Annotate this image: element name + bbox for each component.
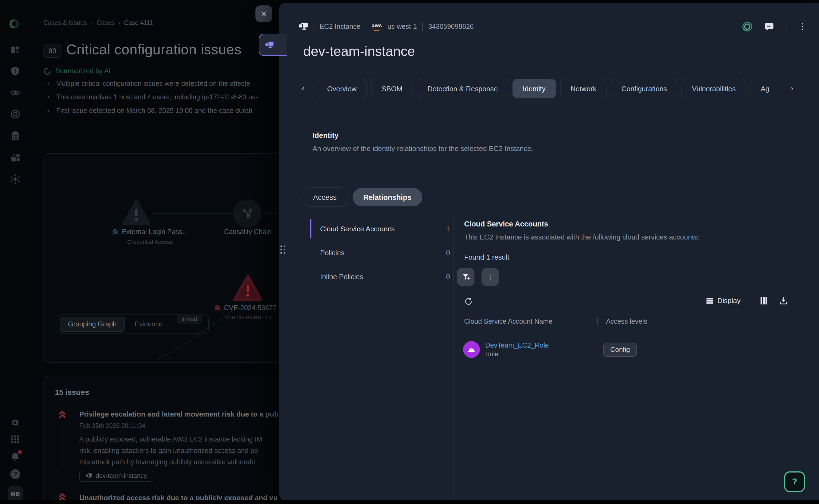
breadcrumb-current: Case #111 [124, 20, 153, 26]
eye-icon[interactable] [10, 88, 20, 98]
case-page-background: Cases & Issues › Cases › Case #111 90 Cr… [30, 0, 279, 504]
divider [457, 370, 812, 370]
columns-icon [760, 297, 768, 305]
ec2-instance-icon [265, 41, 274, 49]
issue-description-line: risk, enabling attackers to gain unautho… [79, 445, 258, 457]
issue-description-line: this attack path by leveraging publicly … [79, 457, 255, 468]
issue-timestamp: Feb 25th 2026 20:11:04 [79, 423, 145, 429]
orca-logo-icon[interactable] [9, 19, 21, 31]
section-description: An overview of the identity relationship… [312, 144, 533, 153]
column-header-name: Cloud Service Account Name [464, 318, 553, 325]
close-panel-button[interactable]: ✕ [255, 5, 272, 22]
settings-gear-icon[interactable] [10, 418, 20, 427]
user-avatar[interactable]: MB [8, 486, 23, 501]
entity-type-label: EC2 Instance [319, 23, 360, 30]
app-root: ? MB Cases & Issues › Cases › Case #111 … [0, 0, 819, 504]
tab-detection-response[interactable]: Detection & Response [417, 79, 508, 98]
subtab-relationships[interactable]: Relationships [352, 188, 422, 206]
window-bottom-edge [0, 500, 819, 504]
region-label: us-west-1 [387, 23, 417, 30]
relationship-item-inline-policies[interactable]: Inline Policies0 [320, 267, 450, 286]
divider [597, 317, 598, 325]
breadcrumb-separator: › [118, 20, 120, 26]
divider [313, 22, 314, 31]
display-button[interactable]: Display [706, 297, 741, 305]
relationship-item-policies[interactable]: Policies0 [320, 243, 450, 262]
inventory-blocks-icon[interactable] [10, 153, 20, 162]
issue-title[interactable]: Privilege escalation and lateral movemen… [79, 410, 278, 418]
account-type: Role [485, 351, 549, 357]
tab-network[interactable]: Network [560, 79, 607, 98]
breadcrumb-link[interactable]: Cases & Issues [43, 20, 87, 26]
severity-chevrons-icon [112, 229, 118, 235]
panel-resize-handle[interactable] [280, 245, 285, 254]
severity-chevrons-icon [214, 305, 221, 311]
table-row: DevTeam_EC2_Role Role [463, 341, 549, 358]
filter-button[interactable] [457, 268, 475, 286]
ai-summary-label: Summarized by AI [55, 67, 111, 75]
refresh-button[interactable] [464, 297, 473, 308]
help-circle-icon[interactable]: ? [10, 469, 20, 479]
tab-configurations[interactable]: Configurations [611, 79, 677, 98]
graph-node-alert[interactable] [122, 199, 151, 229]
clipboard-icon[interactable] [10, 131, 20, 141]
asset-chip[interactable]: dev-team-instance [79, 470, 153, 482]
ai-bullet: This case involves 1 host and 4 users, i… [47, 93, 258, 101]
subtab-access[interactable]: Access [301, 187, 348, 207]
ai-bullet: Multiple critical configuration issues w… [47, 80, 250, 87]
divider [786, 22, 786, 31]
breadcrumb-link[interactable]: Cases [97, 20, 114, 26]
divider [292, 110, 808, 110]
tab-vulnerabilities[interactable]: Vulnerabilities [682, 79, 746, 98]
tab-grouping-graph[interactable]: Grouping Graph [60, 317, 125, 332]
aws-logo: aws [372, 23, 382, 31]
issue-thread-line [62, 423, 62, 468]
graph-edge [152, 213, 232, 214]
graph-node-vulnerability[interactable] [233, 274, 263, 305]
ai-summary-header: Summarized by AI [43, 67, 111, 75]
relationship-item-cloud-service-accounts[interactable]: Cloud Service Accounts1 [320, 219, 450, 238]
pinned-entity-tab[interactable] [259, 34, 287, 56]
filter-menu-button[interactable]: ⋮ [482, 268, 499, 286]
tab-sbom[interactable]: SBOM [371, 79, 413, 98]
tabs-scroll-left-icon[interactable]: ‹ [301, 83, 304, 92]
section-heading: Identity [312, 131, 338, 140]
filter-plus-icon [462, 273, 470, 281]
divider [366, 22, 366, 31]
tabs-scroll-right-icon[interactable]: › [791, 83, 793, 92]
tab-agents[interactable]: Ag [750, 79, 785, 98]
access-level-chip[interactable]: Config [603, 343, 637, 357]
notifications-bell-icon[interactable] [10, 452, 20, 462]
graph-node-label: Causality Chain [204, 228, 279, 236]
column-header-access-levels: Access levels [606, 318, 647, 325]
graph-node-causality[interactable] [233, 199, 261, 228]
target-icon[interactable] [10, 109, 20, 119]
tab-identity[interactable]: Identity [513, 79, 556, 98]
breadcrumb: Cases & Issues › Cases › Case #111 [43, 20, 153, 26]
shield-alert-icon[interactable] [10, 66, 20, 76]
ai-radar-icon[interactable] [742, 21, 753, 32]
breadcrumb-separator: › [91, 20, 93, 26]
selected-item-accent [310, 219, 311, 238]
download-button[interactable] [779, 296, 788, 307]
left-sidebar: ? MB [0, 0, 30, 504]
chat-icon[interactable] [765, 22, 774, 31]
account-name-link[interactable]: DevTeam_EC2_Role [485, 342, 549, 349]
graph-node-sublabel: Credential Access [93, 238, 207, 245]
issues-count-heading: 15 issues [55, 388, 89, 396]
help-button[interactable]: ? [784, 471, 805, 492]
panel-header-actions: ⋮ [742, 20, 807, 34]
entity-tabs: Overview SBOM Detection & Response Ident… [317, 79, 785, 98]
dashboard-icon[interactable] [10, 45, 20, 55]
divider [453, 212, 454, 499]
notification-badge [18, 450, 22, 454]
issues-card: 15 issues Privilege escalation and later… [43, 376, 279, 504]
apps-grid-icon[interactable] [10, 434, 20, 444]
ai-sparkle-icon[interactable] [10, 174, 20, 184]
rows-icon [706, 297, 714, 304]
account-id-label: 343059098826 [428, 23, 474, 30]
tab-overview[interactable]: Overview [317, 79, 367, 98]
columns-button[interactable] [760, 297, 768, 307]
kebab-menu-icon[interactable]: ⋮ [798, 22, 807, 31]
role-avatar [463, 341, 480, 358]
